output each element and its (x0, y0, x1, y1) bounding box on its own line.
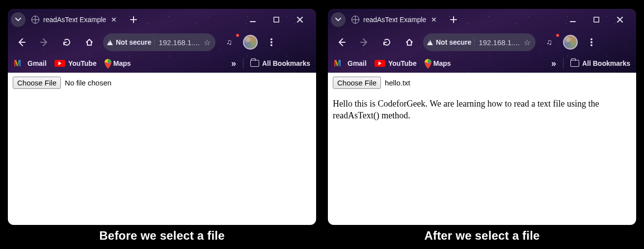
file-status-text: hello.txt (385, 79, 410, 87)
tab-close-button[interactable]: ✕ (110, 16, 118, 24)
bookmark-gmail-label: Gmail (27, 59, 47, 67)
window-maximize-button[interactable] (585, 12, 608, 27)
svg-point-2 (270, 41, 272, 43)
divider (563, 58, 564, 69)
nav-reload-button[interactable] (378, 35, 396, 50)
browser-menu-button[interactable] (583, 35, 600, 50)
nav-home-button[interactable] (401, 35, 418, 50)
window-close-button[interactable] (289, 12, 311, 27)
warning-triangle-icon (107, 40, 113, 45)
notification-dot-icon (236, 34, 239, 37)
choose-file-button[interactable]: Choose File (333, 77, 381, 89)
kebab-menu-icon (270, 38, 272, 46)
bookmarks-overflow-button[interactable]: » (551, 58, 556, 69)
caption-before: Before we select a file (8, 229, 316, 243)
file-content-text: Hello this is CodeforGeek. We are learni… (333, 98, 627, 122)
address-bar[interactable]: Not secure 192.168.1.... ☆ (103, 33, 215, 51)
arrow-left-icon (337, 38, 346, 47)
file-status-text: No file chosen (65, 79, 111, 87)
bookmark-maps-label: Maps (433, 59, 451, 67)
folder-icon (250, 60, 259, 67)
chevron-down-icon (335, 17, 341, 23)
nav-back-button[interactable] (13, 35, 30, 50)
media-control-button[interactable]: ♫ (220, 35, 238, 50)
svg-rect-0 (274, 17, 279, 22)
home-icon (405, 38, 414, 47)
browser-tab[interactable]: readAsText Example ✕ (27, 11, 123, 28)
all-bookmarks-label: All Bookmarks (262, 59, 310, 67)
bookmark-youtube[interactable]: YouTube (54, 59, 97, 67)
tab-title: readAsText Example (363, 16, 426, 24)
bookmark-maps[interactable]: Maps (425, 59, 451, 68)
window-minimize-button[interactable] (562, 12, 584, 27)
youtube-icon (54, 60, 65, 67)
bookmark-gmail-label: Gmail (348, 59, 367, 67)
globe-icon (31, 16, 39, 24)
music-note-icon: ♫ (226, 38, 232, 47)
choose-file-button[interactable]: Choose File (13, 77, 61, 89)
svg-point-1 (270, 38, 272, 40)
nav-forward-button[interactable] (355, 35, 373, 50)
minimize-icon (569, 16, 576, 23)
search-tabs-button[interactable] (331, 12, 346, 27)
minimize-icon (249, 16, 256, 23)
bookmark-youtube-label: YouTube (388, 59, 417, 67)
nav-forward-button[interactable] (35, 35, 53, 50)
search-tabs-button[interactable] (11, 12, 26, 27)
reload-icon (382, 38, 391, 47)
profile-avatar-button[interactable] (563, 35, 578, 50)
kebab-menu-icon (590, 38, 592, 46)
window-close-button[interactable] (609, 12, 631, 27)
bookmark-star-button[interactable]: ☆ (524, 38, 531, 47)
nav-reload-button[interactable] (58, 35, 76, 50)
home-icon (85, 38, 94, 47)
all-bookmarks-button[interactable]: All Bookmarks (570, 59, 630, 67)
reload-icon (62, 38, 71, 47)
arrow-left-icon (17, 38, 26, 47)
browser-tab[interactable]: readAsText Example ✕ (348, 11, 443, 28)
window-minimize-button[interactable] (242, 12, 264, 27)
security-indicator[interactable]: Not secure (107, 38, 155, 46)
maps-pin-icon (425, 59, 430, 68)
security-indicator[interactable]: Not secure (427, 38, 475, 46)
caption-after: After we select a file (328, 229, 636, 243)
maximize-icon (273, 16, 280, 23)
window-maximize-button[interactable] (265, 12, 288, 27)
maximize-icon (593, 16, 600, 23)
url-text: 192.168.1.... (479, 38, 519, 47)
bookmark-maps-label: Maps (113, 59, 131, 67)
bookmark-youtube[interactable]: YouTube (375, 59, 417, 67)
svg-point-8 (590, 44, 592, 46)
tab-close-button[interactable]: ✕ (430, 16, 438, 24)
globe-icon (351, 16, 359, 24)
profile-avatar-button[interactable] (243, 35, 258, 50)
notification-dot-icon (556, 34, 559, 37)
chevron-down-icon (15, 17, 21, 23)
svg-point-3 (270, 44, 272, 46)
media-control-button[interactable]: ♫ (540, 35, 558, 50)
new-tab-button[interactable] (445, 12, 462, 27)
svg-point-7 (590, 41, 592, 43)
bookmark-youtube-label: YouTube (68, 59, 97, 67)
close-icon (617, 16, 623, 23)
all-bookmarks-label: All Bookmarks (582, 59, 630, 67)
url-text: 192.168.1.... (159, 38, 199, 47)
folder-icon (570, 60, 579, 67)
bookmark-gmail[interactable]: M Gmail (14, 59, 47, 67)
browser-menu-button[interactable] (263, 35, 280, 50)
address-bar[interactable]: Not secure 192.168.1.... ☆ (423, 33, 536, 51)
page-body: Choose File No file chosen (8, 73, 316, 225)
plus-icon (450, 16, 457, 23)
new-tab-button[interactable] (125, 12, 142, 27)
gmail-icon: M (14, 59, 25, 67)
bookmark-maps[interactable]: Maps (105, 59, 131, 68)
gmail-icon: M (334, 59, 345, 67)
plus-icon (130, 16, 137, 23)
bookmark-gmail[interactable]: M Gmail (334, 59, 367, 67)
nav-back-button[interactable] (333, 35, 350, 50)
close-icon (296, 16, 303, 23)
bookmarks-overflow-button[interactable]: » (231, 58, 236, 69)
all-bookmarks-button[interactable]: All Bookmarks (250, 59, 310, 67)
bookmark-star-button[interactable]: ☆ (204, 38, 211, 47)
nav-home-button[interactable] (80, 35, 98, 50)
